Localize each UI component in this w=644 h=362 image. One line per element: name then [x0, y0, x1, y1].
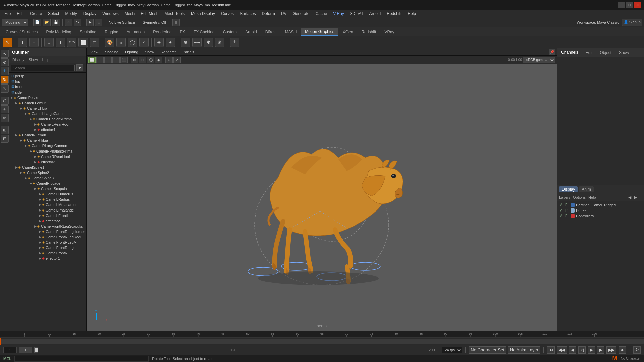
no-anim-layer-btn[interactable]: No Anim Layer: [508, 346, 540, 354]
tree-item-effector4[interactable]: ▶◆effector4: [9, 127, 86, 132]
tree-item-camellhumerus[interactable]: ▶◈CamelLHumerus: [9, 191, 86, 197]
fx2-btn[interactable]: ✳: [215, 38, 224, 47]
maximize-button[interactable]: □: [626, 2, 633, 8]
timeline-playhead[interactable]: [0, 338, 1, 345]
tree-item-camelspine2[interactable]: ▶◈CamelSpine2: [9, 170, 86, 175]
vp-menu-show[interactable]: Show: [143, 49, 156, 55]
tree-item-camelrlargecannon[interactable]: ▶◈CamelRLargeCannon: [9, 143, 86, 148]
tree-item-camelrrearhoof[interactable]: ▶◈CamelRRearHoof: [9, 154, 86, 159]
play-fwd-btn[interactable]: ▶: [588, 346, 595, 354]
lasso-tool-icon[interactable]: ⊙: [1, 58, 9, 66]
tree-item-camellradius[interactable]: ▶◈CamelLRadius: [9, 197, 86, 202]
jump-start-btn[interactable]: ⏮: [547, 346, 555, 354]
rotate-tool-icon[interactable]: ↻: [1, 76, 9, 84]
close-button[interactable]: ✕: [634, 2, 641, 8]
select-tool-icon[interactable]: ↖: [1, 50, 9, 58]
tree-item-camelrphalanxprima[interactable]: ▶◈CamelRPhalanxPrima: [9, 148, 86, 154]
tab-bifrost[interactable]: Bifrost: [261, 28, 281, 35]
tree-item-camellfemur[interactable]: ▶◈CamelLFemur: [9, 100, 86, 106]
vp-menu-shading[interactable]: Shading: [103, 49, 120, 55]
move-tool-icon[interactable]: ✛: [1, 67, 9, 75]
tab-fx[interactable]: FX: [176, 28, 189, 35]
particle-btn[interactable]: ✱: [204, 38, 213, 47]
menu-create[interactable]: Create: [27, 11, 45, 17]
menu-select[interactable]: Select: [45, 11, 62, 17]
tree-item-camelfrontrleg[interactable]: ▶◈CamelFrontRLeg: [9, 245, 86, 250]
scale-tool-icon[interactable]: ⤡: [1, 84, 9, 93]
menu-3dtoall[interactable]: 3DtoAll: [347, 11, 366, 17]
cloth-btn[interactable]: ≋: [181, 38, 190, 47]
tab-rigging[interactable]: Rigging: [101, 28, 122, 35]
circle-btn[interactable]: ◯: [128, 38, 137, 47]
color-btn[interactable]: 🎨: [105, 38, 114, 47]
loop-btn[interactable]: ↻: [633, 346, 641, 354]
jump-end-btn[interactable]: ⏭: [619, 346, 626, 354]
fps-select[interactable]: 24 fps 30 fps 60 fps: [442, 347, 462, 353]
snap-icon[interactable]: ⊞: [1, 126, 9, 134]
vp-gamma-select[interactable]: sRGB gamma: [523, 57, 555, 63]
menu-cache[interactable]: Cache: [313, 11, 330, 17]
tab-arnold[interactable]: Arnold: [241, 28, 261, 35]
tree-item-camelpelvis[interactable]: ▶◈CamelPelvis: [9, 95, 86, 100]
constraint-icon[interactable]: ⊟: [1, 135, 9, 143]
options-tab[interactable]: Options: [573, 195, 586, 199]
paint-icon[interactable]: ✏: [1, 114, 9, 122]
tab-mash[interactable]: MASH: [281, 28, 301, 35]
tree-item-front[interactable]: ⊡front: [9, 84, 86, 89]
tree-item-camelfrontrleghumer[interactable]: ▶◈CamelFrontRLegHumer: [9, 229, 86, 234]
tree-item-camelrtibia[interactable]: ▶◈CamelRTibia: [9, 138, 86, 143]
timeline-bar[interactable]: [0, 338, 644, 345]
sign-in-btn[interactable]: 👤 Sign In: [622, 19, 642, 26]
layers-next-btn[interactable]: ▶: [634, 195, 637, 200]
svg-btn[interactable]: SVG: [67, 38, 76, 47]
hair-btn[interactable]: ⟿: [192, 38, 202, 47]
vp-tb-btn5[interactable]: ⬛: [120, 57, 128, 63]
vp-tb-btn2[interactable]: ⊞: [96, 57, 104, 63]
layers-add-btn[interactable]: +: [640, 195, 642, 200]
vp-render-mode-btn[interactable]: ⬜: [88, 57, 96, 63]
outliner-show-menu[interactable]: Show: [27, 57, 39, 62]
sculpt-icon[interactable]: ⌖: [1, 105, 9, 113]
vp-light-btn[interactable]: ☀: [173, 57, 181, 63]
layers-prev-btn[interactable]: ◀: [628, 195, 631, 200]
vp-wireframe-btn[interactable]: ◻: [139, 57, 146, 63]
tab-motion-graphics[interactable]: Motion Graphics: [301, 28, 338, 36]
open-btn[interactable]: 📂: [43, 19, 51, 26]
menu-help[interactable]: Help: [405, 11, 419, 17]
layer-row-camel[interactable]: V P Bactrian_Camel_Rigged: [558, 202, 643, 208]
menu-mesh[interactable]: Mesh: [122, 11, 137, 17]
next-frame-btn[interactable]: ▶▶: [606, 346, 616, 354]
snap-grid-btn[interactable]: ⊞: [95, 19, 102, 26]
layers-tab[interactable]: Layers: [559, 195, 570, 199]
text2-btn[interactable]: T: [56, 38, 65, 47]
prev-key-btn[interactable]: ◀: [569, 346, 576, 354]
outliner-help-menu[interactable]: Help: [41, 57, 51, 62]
tab-curves-surfaces[interactable]: Curves / Surfaces: [2, 28, 42, 35]
plane-btn[interactable]: ◻: [90, 38, 99, 47]
tree-item-camellmetacarpu[interactable]: ▶◈CamelLMetacarpu: [9, 202, 86, 207]
playback-btn[interactable]: ⏸: [172, 19, 180, 26]
vp-menu-lighting[interactable]: Lighting: [123, 49, 140, 55]
tree-item-camellscapula[interactable]: ▶◈CamelLScapula: [9, 186, 86, 191]
select-btn[interactable]: ▶: [86, 19, 94, 26]
vp-pin-btn[interactable]: 📌: [549, 49, 555, 55]
tree-item-effector3[interactable]: ▶◆effector3: [9, 159, 86, 165]
range-start-field[interactable]: [3, 347, 17, 353]
select-tool-btn[interactable]: ↖: [3, 38, 12, 47]
tab-rendering[interactable]: Rendering: [149, 28, 175, 35]
tab-poly-modeling[interactable]: Poly Modeling: [42, 28, 75, 35]
tree-item-side[interactable]: ⊡side: [9, 89, 86, 95]
tab-vray[interactable]: VRay: [380, 28, 398, 35]
menu-curves[interactable]: Curves: [218, 11, 236, 17]
layer-row-ctrl[interactable]: V P Controllers: [558, 213, 643, 219]
tree-item-camellphalanxprima[interactable]: ▶◈CamelLPhalanxPrima: [9, 116, 86, 122]
tab-custom[interactable]: Custom: [219, 28, 241, 35]
sphere-btn[interactable]: ○: [44, 38, 54, 47]
tree-item-camellrearhoof[interactable]: ▶◈CamelLRearHoof: [9, 122, 86, 127]
mel-input[interactable]: [14, 356, 149, 362]
menu-redshift[interactable]: Redshift: [384, 11, 404, 17]
vp-smooth-btn[interactable]: ◯: [147, 57, 154, 63]
tree-item-camelfrontrlegscapula[interactable]: ▶◈CamelFrontRLegScapula: [9, 224, 86, 229]
tree-item-camelspine1[interactable]: ▶◈CamelSpine1: [9, 165, 86, 170]
tab-redshift[interactable]: Redshift: [357, 28, 380, 35]
